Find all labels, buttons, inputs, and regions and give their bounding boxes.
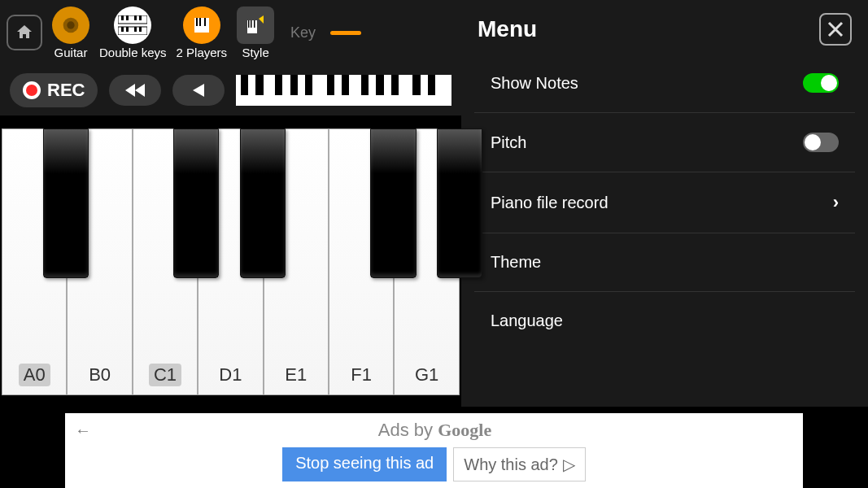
- close-icon: [827, 20, 844, 38]
- controls-bar: REC: [0, 65, 461, 115]
- stop-ad-button[interactable]: Stop seeing this ad: [282, 447, 447, 481]
- mini-keyboard-overview[interactable]: [236, 75, 451, 106]
- instrument-double-keys[interactable]: Double keys: [99, 7, 167, 59]
- svg-rect-19: [254, 20, 255, 28]
- key-label: Key: [290, 24, 316, 41]
- home-button[interactable]: [7, 15, 42, 50]
- keyboard-area: A0 B0 C1 D1 E1 F1 G1: [0, 115, 461, 397]
- play-back-button[interactable]: [172, 75, 225, 106]
- rec-dot-icon: [23, 81, 41, 99]
- svg-rect-6: [139, 15, 142, 20]
- instrument-guitar[interactable]: Guitar: [52, 7, 89, 59]
- svg-rect-5: [134, 15, 137, 20]
- instrument-label: 2 Players: [177, 46, 228, 59]
- svg-rect-8: [121, 27, 124, 32]
- pitch-toggle[interactable]: [803, 133, 839, 152]
- menu-item-language[interactable]: Language: [474, 292, 855, 350]
- piano-keyboard: A0 B0 C1 D1 E1 F1 G1: [2, 129, 460, 395]
- show-notes-toggle[interactable]: [803, 73, 839, 93]
- ad-banner: ← Ads by Google Stop seeing this ad Why …: [65, 413, 803, 488]
- svg-rect-9: [126, 27, 129, 32]
- rewind-icon: [124, 82, 146, 98]
- menu-item-show-notes[interactable]: Show Notes: [474, 54, 855, 113]
- rec-label: REC: [47, 80, 85, 101]
- svg-point-1: [67, 21, 74, 28]
- black-key-Db1[interactable]: [173, 129, 219, 278]
- top-toolbar: Guitar Double keys 2 Players Style Key: [0, 0, 461, 65]
- black-key-Gb1[interactable]: [370, 129, 416, 278]
- why-ad-button[interactable]: Why this ad? ▷: [453, 447, 586, 481]
- black-key-Ab1[interactable]: [437, 129, 482, 278]
- menu-header: Menu: [461, 0, 868, 54]
- menu-item-pitch[interactable]: Pitch: [474, 113, 855, 172]
- menu-item-piano-file-record[interactable]: Piano file record ›: [474, 172, 855, 233]
- svg-rect-3: [121, 15, 124, 20]
- adchoices-icon: ▷: [563, 455, 575, 474]
- close-button[interactable]: [819, 13, 852, 46]
- instrument-two-players[interactable]: 2 Players: [177, 7, 228, 59]
- instrument-label: Guitar: [55, 46, 88, 59]
- two-players-icon: [183, 7, 220, 44]
- black-key-Bb0[interactable]: [43, 129, 89, 278]
- instrument-style[interactable]: Style: [237, 7, 274, 59]
- svg-rect-10: [134, 27, 137, 32]
- guitar-icon: [52, 7, 89, 44]
- ad-title: Ads by Google: [67, 420, 803, 441]
- black-key-Eb1[interactable]: [240, 129, 286, 278]
- menu-item-theme[interactable]: Theme: [474, 233, 855, 292]
- menu-title: Menu: [478, 16, 537, 42]
- svg-rect-15: [204, 18, 206, 26]
- instrument-label: Double keys: [99, 46, 167, 59]
- style-icon: [237, 7, 274, 44]
- svg-rect-4: [126, 15, 129, 20]
- double-keys-icon: [114, 7, 151, 44]
- svg-rect-14: [199, 18, 201, 26]
- home-icon: [15, 23, 34, 42]
- play-reverse-icon: [191, 82, 206, 98]
- chevron-right-icon: ›: [833, 192, 839, 213]
- svg-rect-17: [248, 20, 250, 28]
- rewind-button[interactable]: [109, 75, 161, 106]
- svg-rect-11: [139, 27, 142, 32]
- accent-bar: [330, 31, 361, 35]
- instrument-label: Style: [242, 46, 268, 59]
- svg-rect-18: [251, 20, 252, 28]
- rec-button[interactable]: REC: [10, 73, 98, 107]
- menu-panel: Menu Show Notes Pitch Piano file record …: [461, 0, 868, 407]
- svg-rect-13: [196, 18, 198, 26]
